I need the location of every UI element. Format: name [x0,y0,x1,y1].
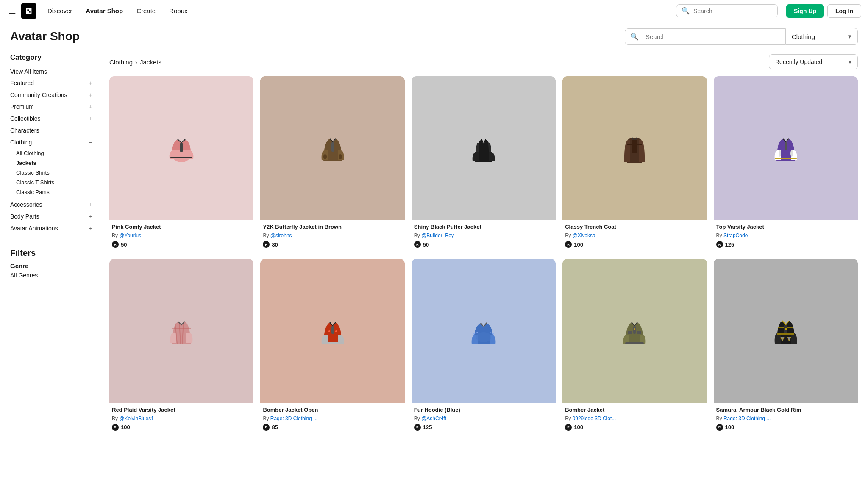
hamburger-menu[interactable]: ☰ [7,4,18,18]
sidebar-item-featured[interactable]: Featured + [10,77,92,89]
sort-dropdown[interactable]: Recently Updated ▾ [769,54,858,69]
robux-icon: R [414,241,421,248]
category-chevron-icon: ▾ [848,33,851,40]
page-title: Avatar Shop [10,30,80,43]
sidebar-view-all[interactable]: View All Items [10,66,92,77]
item-info: Classy Trench Coat By @Xivaksa R 100 [562,220,707,252]
svg-point-25 [476,332,491,342]
robux-icon: R [263,241,270,248]
svg-rect-4 [180,143,183,152]
item-price: R 100 [565,424,704,431]
item-price: R 125 [414,424,553,431]
sidebar-item-label: Collectibles [10,115,41,122]
svg-rect-5 [170,157,192,158]
sidebar-sub-classic-shirts[interactable]: Classic Shirts [16,168,92,177]
sidebar-sub-all-clothing[interactable]: All Clothing [16,148,92,158]
item-card[interactable]: Fur Hoodie (Blue) By @AshCr4ft R 125 [412,259,556,435]
sidebar-item-label: Community Creations [10,92,67,98]
item-thumbnail [260,76,404,220]
sidebar-item-accessories[interactable]: Accessories + [10,199,92,211]
item-info: Red Plaid Varsity Jacket By @KelvinBlues… [109,403,253,435]
svg-point-23 [328,330,330,332]
sidebar-sub-classic-pants[interactable]: Classic Pants [16,187,92,197]
price-value: 50 [423,241,429,248]
price-value: 85 [272,424,278,430]
sidebar-sub-classic-tshirts[interactable]: Classic T-Shirts [16,177,92,187]
breadcrumb-parent[interactable]: Clothing [109,58,133,66]
nav-avatar-shop[interactable]: Avatar Shop [80,5,129,17]
item-card[interactable]: Pink Comfy Jacket By @Yourius R 50 [109,76,253,252]
item-info: Shiny Black Puffer Jacket By @Builder_Bo… [412,220,556,252]
item-card[interactable]: Red Plaid Varsity Jacket By @KelvinBlues… [109,259,253,435]
topnav-search-bar: 🔍 [676,4,778,17]
sort-chevron-icon: ▾ [849,58,851,65]
genre-title: Genre [10,262,92,269]
category-dropdown[interactable]: Clothing ▾ [786,28,858,45]
price-value: 100 [725,424,734,430]
sidebar-item-body-parts[interactable]: Body Parts + [10,211,92,222]
expand-icon: + [89,103,92,110]
sidebar-divider [10,241,92,241]
topnav-search-icon: 🔍 [682,7,690,15]
svg-point-30 [634,328,635,330]
item-thumbnail [562,259,707,403]
breadcrumb: Clothing › Jackets [109,58,161,66]
shop-search-icon: 🔍 [625,29,644,44]
item-card[interactable]: Classy Trench Coat By @Xivaksa R 100 [562,76,707,252]
item-card[interactable]: Bomber Jacket By 0929lego 3D Clot... R 1… [562,259,707,435]
collapse-icon: − [89,139,92,146]
item-price: R 50 [112,241,251,248]
item-card[interactable]: Top Varsity Jacket By StrapCode R 125 [714,76,858,252]
svg-rect-12 [785,142,787,150]
item-card[interactable]: Bomber Jacket Open By Rage: 3D Clothing … [260,259,404,435]
breadcrumb-separator: › [135,58,137,66]
sidebar-item-label: Premium [10,103,34,110]
item-name: Y2K Butterfly Jacket in Brown [263,224,402,231]
item-card[interactable]: Y2K Butterfly Jacket in Brown By @sirehn… [260,76,404,252]
sidebar-sub-jackets[interactable]: Jackets [16,158,92,168]
svg-point-24 [335,330,337,332]
signup-button[interactable]: Sign Up [786,4,824,18]
sidebar-item-community[interactable]: Community Creations + [10,89,92,101]
item-thumbnail [260,259,404,403]
sidebar-item-clothing[interactable]: Clothing − [10,136,92,148]
category-title: Category [10,53,92,62]
nav-create[interactable]: Create [131,5,161,17]
nav-robux[interactable]: Robux [163,5,193,17]
expand-icon: + [89,201,92,208]
price-value: 80 [272,241,278,248]
item-price: R 85 [263,424,402,431]
content-header: Clothing › Jackets Recently Updated ▾ [109,48,858,76]
price-value: 100 [574,424,583,430]
svg-point-15 [790,150,793,157]
svg-point-7 [323,154,327,159]
svg-rect-22 [323,342,342,344]
item-creator: By @sirehns [263,233,402,238]
expand-icon: + [89,225,92,232]
item-name: Shiny Black Puffer Jacket [414,224,553,231]
category-label: Clothing [792,33,815,40]
item-thumbnail [562,76,707,220]
sidebar-item-characters[interactable]: Characters [10,125,92,136]
shop-search-input[interactable] [644,29,785,44]
svg-rect-10 [627,152,642,153]
sidebar-item-premium[interactable]: Premium + [10,101,92,113]
item-card[interactable]: Shiny Black Puffer Jacket By @Builder_Bo… [412,76,556,252]
sidebar-item-collectibles[interactable]: Collectibles + [10,113,92,125]
shop-search-container: 🔍 Clothing ▾ [625,28,858,45]
topnav-search-input[interactable] [693,8,772,14]
item-name: Classy Trench Coat [565,224,704,231]
sidebar-item-avatar-animations[interactable]: Avatar Animations + [10,222,92,234]
item-thumbnail [412,259,556,403]
price-value: 125 [725,241,734,248]
item-thumbnail [714,76,858,220]
svg-point-32 [785,328,787,330]
sidebar: Category View All Items Featured + Commu… [10,48,99,435]
items-grid: Pink Comfy Jacket By @Yourius R 50 Y2K B… [109,76,858,435]
roblox-logo[interactable] [21,3,36,19]
item-card[interactable]: Samurai Armour Black Gold Rim By Rage: 3… [714,259,858,435]
login-button[interactable]: Log In [827,4,861,18]
item-creator: By Rage: 3D Clothing ... [263,416,402,421]
nav-discover[interactable]: Discover [42,5,78,17]
all-genres-item[interactable]: All Genres [10,272,92,279]
